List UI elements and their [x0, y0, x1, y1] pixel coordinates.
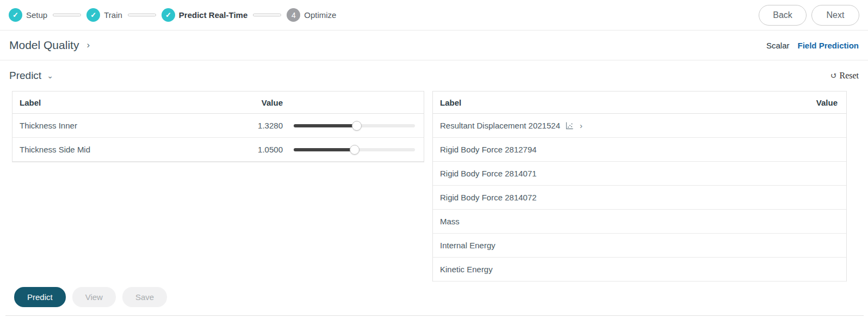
output-label-text: Rigid Body Force 2814072: [440, 193, 537, 202]
slider-handle[interactable]: [352, 121, 362, 131]
save-button[interactable]: Save: [122, 287, 167, 307]
table-row: Rigid Body Force 2812794: [433, 138, 846, 162]
output-label-text: Kinetic Energy: [440, 265, 493, 274]
reset-button[interactable]: ↺ Reset: [830, 71, 859, 81]
step-label: Predict Real-Time: [179, 10, 247, 20]
slider-fill: [294, 148, 355, 151]
stepper-connector: [253, 14, 281, 16]
step-label: Train: [104, 10, 122, 20]
tab-field-prediction[interactable]: Field Prediction: [797, 41, 859, 50]
output-label: Rigid Body Force 2814072: [433, 193, 846, 202]
predict-title: Predict: [9, 70, 41, 82]
column-header-label: Label: [433, 98, 816, 107]
output-label: Resultant Displacement 2021524›: [433, 121, 846, 130]
output-label: Rigid Body Force 2812794: [433, 145, 846, 154]
input-label: Thickness Inner: [13, 121, 228, 130]
next-button[interactable]: Next: [811, 5, 859, 26]
table-row: Internal Energy: [433, 234, 846, 258]
predict-button[interactable]: Predict: [14, 287, 66, 307]
step-number: 4: [287, 8, 300, 22]
outputs-table: Label Value Resultant Displacement 20215…: [432, 91, 847, 282]
value-slider[interactable]: [294, 120, 415, 131]
reset-label: Reset: [839, 71, 859, 81]
input-value: 1.0500: [228, 145, 283, 154]
table-row: Rigid Body Force 2814071: [433, 162, 846, 186]
table-row: Kinetic Energy: [433, 258, 846, 282]
step-label: Setup: [26, 10, 47, 20]
stepper-step-predict-real-time[interactable]: ✓Predict Real-Time: [162, 8, 247, 22]
view-button[interactable]: View: [72, 287, 116, 307]
stepper-connector: [53, 14, 81, 16]
stepper-connector: [128, 14, 156, 16]
chevron-right-icon[interactable]: ›: [580, 121, 582, 130]
output-label-text: Rigid Body Force 2812794: [440, 145, 537, 154]
section-divider: [5, 315, 864, 316]
chevron-right-icon[interactable]: ›: [86, 40, 90, 51]
column-header-value: Value: [228, 98, 283, 107]
outputs-table-header: Label Value: [433, 91, 846, 114]
inputs-table-header: Label Value: [13, 91, 424, 114]
tab-scalar[interactable]: Scalar: [766, 41, 790, 50]
column-header-value: Value: [816, 98, 846, 107]
input-label: Thickness Side Mid: [13, 145, 228, 154]
table-row: Thickness Side Mid1.0500: [13, 138, 424, 162]
workflow-stepper: ✓Setup✓Train✓Predict Real-Time4Optimize: [9, 8, 759, 22]
output-label: Kinetic Energy: [433, 265, 846, 274]
stepper-step-setup[interactable]: ✓Setup: [9, 8, 47, 22]
scatter-chart-icon[interactable]: [565, 121, 574, 130]
table-row: Rigid Body Force 2814072: [433, 186, 846, 210]
check-icon: ✓: [162, 8, 175, 22]
content-area: Label Value Thickness Inner1.3280Thickne…: [9, 91, 859, 330]
output-label: Mass: [433, 217, 846, 226]
value-slider[interactable]: [294, 144, 415, 155]
page-title: Model Quality: [9, 39, 79, 52]
nav-buttons: Back Next: [759, 5, 859, 26]
stepper-step-train[interactable]: ✓Train: [86, 8, 122, 22]
action-buttons: Predict View Save: [14, 287, 167, 307]
model-quality-header: Model Quality › Scalar Field Prediction: [0, 30, 868, 60]
check-icon: ✓: [9, 8, 22, 22]
output-label: Rigid Body Force 2814071: [433, 169, 846, 178]
output-label-text: Resultant Displacement 2021524: [440, 121, 560, 130]
chevron-down-icon[interactable]: ⌄: [47, 71, 53, 80]
input-value: 1.3280: [228, 121, 283, 130]
output-label-text: Rigid Body Force 2814071: [440, 169, 537, 178]
table-row: Thickness Inner1.3280: [13, 114, 424, 138]
output-label-text: Mass: [440, 217, 460, 226]
table-row: Resultant Displacement 2021524›: [433, 114, 846, 138]
predict-section-header: Predict ⌄ ↺ Reset: [0, 60, 868, 91]
output-label: Internal Energy: [433, 241, 846, 250]
slider-fill: [294, 124, 357, 127]
stepper-step-optimize[interactable]: 4Optimize: [287, 8, 336, 22]
table-row: Mass: [433, 210, 846, 234]
inputs-table: Label Value Thickness Inner1.3280Thickne…: [12, 91, 424, 162]
step-label: Optimize: [304, 10, 336, 20]
reset-icon: ↺: [830, 71, 838, 81]
slider-handle[interactable]: [350, 145, 359, 155]
back-button[interactable]: Back: [759, 5, 807, 26]
top-bar: ✓Setup✓Train✓Predict Real-Time4Optimize …: [0, 0, 868, 30]
check-icon: ✓: [86, 8, 100, 22]
column-header-label: Label: [13, 98, 228, 107]
output-label-text: Internal Energy: [440, 241, 495, 250]
